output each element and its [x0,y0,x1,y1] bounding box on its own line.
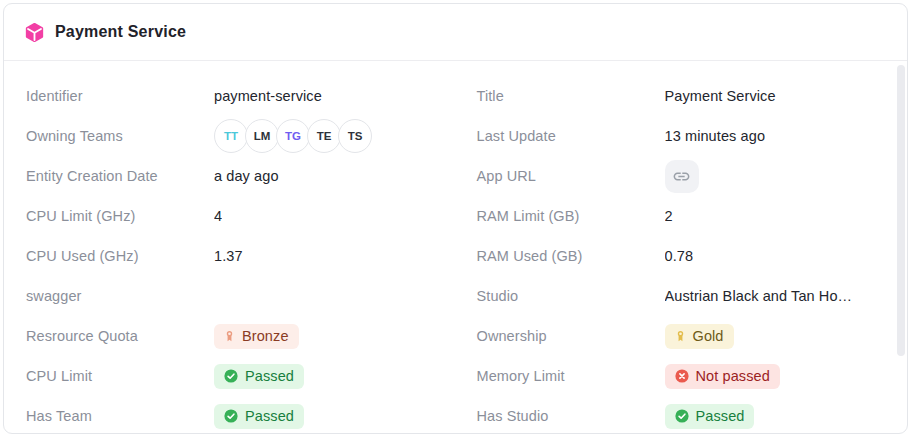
field-value: Payment Service [665,88,776,104]
field-value: 0.78 [665,248,694,264]
entity-details-card: Payment Service Identifier payment-servi… [3,3,908,434]
field-row-ram-used-gb: RAM Used (GB) 0.78 [477,236,878,276]
field-row-swagger: swagger [26,276,452,316]
field-label: Has Studio [477,408,665,424]
link-icon [672,167,691,186]
team-avatar-ts[interactable]: TS [338,119,372,153]
field-value: 4 [214,208,222,224]
field-label: Studio [477,288,665,304]
field-row-last-update: Last Update 13 minutes ago [477,116,878,156]
field-value: payment-service [214,88,322,104]
field-label: CPU Limit (GHz) [26,208,214,224]
field-label: RAM Used (GB) [477,248,665,264]
field-label: App URL [477,168,665,184]
field-row-ram-limit-gb: RAM Limit (GB) 2 [477,196,878,236]
field-label: Entity Creation Date [26,168,214,184]
field-label: Owning Teams [26,128,214,144]
badge-label: Passed [696,408,745,424]
field-value: a day ago [214,168,279,184]
field-row-cpu-limit-check: CPU Limit Passed [26,356,452,396]
team-avatar-group: TT LM TG TE TS [214,119,372,153]
field-row-owning-teams: Owning Teams TT LM TG TE TS [26,116,452,156]
passed-badge: Passed [214,364,304,389]
field-row-app-url: App URL [477,156,878,196]
field-value: 2 [665,208,673,224]
card-header: Payment Service [4,4,907,61]
field-row-entity-creation-date: Entity Creation Date a day ago [26,156,452,196]
field-label: CPU Used (GHz) [26,248,214,264]
field-row-studio: Studio Austrian Black and Tan Ho… [477,276,878,316]
details-column-left: Identifier payment-service Owning Teams … [26,76,452,434]
field-row-identifier: Identifier payment-service [26,76,452,116]
field-row-resource-quota: Resrource Quota Bronze [26,316,452,356]
team-avatar-tt[interactable]: TT [214,119,248,153]
app-url-link[interactable] [665,160,699,193]
badge-label: Passed [245,408,294,424]
screen: Payment Service Identifier payment-servi… [0,0,911,438]
badge-label: Not passed [696,368,770,384]
gold-badge: Gold [665,324,734,349]
field-label: Memory Limit [477,368,665,384]
team-avatar-tg[interactable]: TG [276,119,310,153]
vertical-scrollbar[interactable] [897,65,905,356]
field-label: Ownership [477,328,665,344]
field-row-has-team: Has Team Passed [26,396,452,434]
field-row-has-studio: Has Studio Passed [477,396,878,434]
details-column-right: Title Payment Service Last Update 13 min… [452,76,878,434]
field-label: Last Update [477,128,665,144]
badge-label: Passed [245,368,294,384]
check-circle-icon [675,409,689,423]
medal-icon [675,330,686,343]
field-row-title: Title Payment Service [477,76,878,116]
team-avatar-te[interactable]: TE [307,119,341,153]
field-row-cpu-limit-ghz: CPU Limit (GHz) 4 [26,196,452,236]
field-label: Has Team [26,408,214,424]
passed-badge: Passed [665,404,755,429]
x-circle-icon [675,369,689,383]
medal-icon [224,330,235,343]
field-label: CPU Limit [26,368,214,384]
field-row-ownership: Ownership Gold [477,316,878,356]
field-label: Title [477,88,665,104]
field-label: Resrource Quota [26,328,214,344]
page-title: Payment Service [55,23,186,41]
badge-label: Gold [693,328,724,344]
field-value: 13 minutes ago [665,128,766,144]
check-circle-icon [224,369,238,383]
field-label: RAM Limit (GB) [477,208,665,224]
field-row-memory-limit-check: Memory Limit Not passed [477,356,878,396]
microservice-cube-icon [24,22,45,43]
field-label: Identifier [26,88,214,104]
bronze-badge: Bronze [214,324,299,349]
check-circle-icon [224,409,238,423]
badge-label: Bronze [242,328,289,344]
field-value: 1.37 [214,248,243,264]
field-row-cpu-used-ghz: CPU Used (GHz) 1.37 [26,236,452,276]
passed-badge: Passed [214,404,304,429]
field-label: swagger [26,288,214,304]
field-value: Austrian Black and Tan Ho… [665,288,853,304]
card-body: Identifier payment-service Owning Teams … [4,61,907,434]
team-avatar-lm[interactable]: LM [245,119,279,153]
not-passed-badge: Not passed [665,364,780,389]
